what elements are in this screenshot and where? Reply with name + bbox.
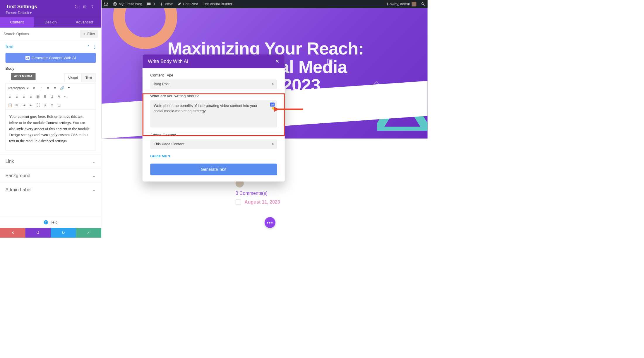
section-kebab-icon[interactable]: ⋮	[92, 44, 97, 49]
ai-modal: Write Body With AI ✕ Content Type Blog P…	[143, 54, 285, 182]
post-meta: 0 Comments(s) August 11, 2023	[236, 179, 280, 204]
generate-text-button[interactable]: Generate Text	[150, 163, 277, 175]
special-char-icon[interactable]: Ω	[42, 102, 48, 108]
tab-design[interactable]: Design	[34, 17, 67, 28]
save-button[interactable]: ✓	[76, 228, 101, 238]
action-bar: ✕ ↺ ↻ ✓	[0, 228, 101, 238]
chevron-up-icon: ⌃	[87, 44, 90, 49]
howdy-account[interactable]: Howdy, admin	[385, 0, 419, 8]
modal-title: Write Body With AI	[148, 59, 275, 64]
wp-admin-bar: My Great Blog 0 New Edit Post Exit Visua…	[102, 0, 428, 8]
help-icon: ?	[44, 220, 48, 224]
paragraph-select[interactable]: Paragraph ▾	[7, 85, 30, 91]
body-label: Body	[0, 66, 101, 73]
section-text-header[interactable]: Text ⌃ ⋮	[0, 40, 101, 52]
context-select[interactable]: This Page Content	[150, 139, 277, 149]
sidebar-tabs: Content Design Advanced	[0, 17, 101, 28]
filter-button[interactable]: ＋Filter	[80, 30, 98, 38]
undo-button[interactable]: ↺	[25, 228, 50, 238]
code-icon[interactable]: ▢	[56, 102, 62, 108]
editor-mode-tabs: Visual Text	[0, 74, 101, 82]
editor-toolbar: Paragraph ▾ B I ≣ ≡ 🔗 ❝ ≡ ≡ ≡ ≡ ▦ S U A …	[6, 84, 96, 110]
tab-content[interactable]: Content	[0, 17, 34, 28]
site-name: My Great Blog	[119, 2, 142, 6]
snap-icon[interactable]: ◫	[82, 4, 88, 9]
post-date: August 11, 2023	[244, 199, 280, 205]
ai-badge-icon: AI	[25, 56, 30, 60]
paste-icon[interactable]: 📋	[7, 102, 13, 108]
exit-visual-builder[interactable]: Exit Visual Builder	[200, 0, 234, 8]
close-icon[interactable]: ✕	[275, 58, 280, 64]
underline-icon[interactable]: U	[49, 93, 55, 100]
guide-me-link[interactable]: Guide Me▾	[150, 154, 277, 158]
section-link[interactable]: Link⌄	[0, 154, 101, 168]
content-type-select[interactable]: Blog Post	[150, 79, 277, 89]
textcolor-icon[interactable]: A	[56, 93, 62, 100]
preset-dropdown[interactable]: Preset: Default ▾	[6, 11, 95, 15]
content-type-label: Content Type	[150, 73, 277, 77]
ol-icon[interactable]: ≡	[52, 85, 58, 91]
align-justify-icon[interactable]: ≡	[28, 93, 34, 100]
svg-point-0	[422, 3, 424, 5]
quote-icon[interactable]: ❝	[66, 85, 72, 91]
modal-header: Write Body With AI ✕	[143, 54, 285, 68]
comments-count: 0	[153, 2, 155, 6]
chevron-down-icon: ⌄	[92, 187, 96, 193]
section-admin-label[interactable]: Admin Label⌄	[0, 183, 101, 197]
editor-body[interactable]: Your content goes here. Edit or remove t…	[6, 110, 96, 150]
settings-sidebar: Text Settings ⛶ ◫ ⋮ Preset: Default ▾ Co…	[0, 0, 102, 238]
bold-icon[interactable]: B	[31, 85, 37, 91]
new-link[interactable]: New	[157, 0, 175, 8]
expand-icon[interactable]: ⛶	[74, 4, 79, 9]
table-icon[interactable]: ▦	[35, 93, 41, 100]
annotation-arrow	[274, 105, 305, 113]
prompt-label: What are you writing about?	[150, 94, 277, 98]
help-link[interactable]: ?Help	[0, 216, 101, 228]
decor-teal-triangle	[377, 80, 428, 131]
outdent-icon[interactable]: ⇤	[28, 102, 34, 108]
chevron-down-icon: ⌄	[92, 173, 96, 178]
sidebar-header: Text Settings ⛶ ◫ ⋮ Preset: Default ▾	[0, 0, 101, 17]
chevron-down-icon: ⌄	[92, 159, 96, 164]
align-center-icon[interactable]: ≡	[14, 93, 20, 100]
ul-icon[interactable]: ≣	[45, 85, 51, 91]
indent-icon[interactable]: ⇥	[21, 102, 27, 108]
edit-post-link[interactable]: Edit Post	[175, 0, 200, 8]
italic-icon[interactable]: I	[38, 85, 44, 91]
site-name-link[interactable]: My Great Blog	[110, 0, 144, 8]
cancel-button[interactable]: ✕	[0, 228, 25, 238]
kebab-icon[interactable]: ⋮	[90, 4, 95, 9]
tab-advanced[interactable]: Advanced	[68, 17, 101, 28]
comments-link[interactable]: 0	[145, 0, 157, 8]
search-icon[interactable]	[419, 0, 428, 8]
prompt-textarea[interactable]: Write about the benefits of incorporatin…	[150, 100, 277, 127]
sidebar-title: Text Settings	[6, 4, 71, 10]
avatar	[412, 2, 416, 6]
decor-ring	[341, 98, 346, 103]
emoji-icon[interactable]: ☺	[49, 102, 55, 108]
more-icon[interactable]: ⋯	[63, 93, 69, 100]
search-row: ＋Filter	[0, 28, 101, 40]
align-left-icon[interactable]: ≡	[7, 93, 13, 100]
calendar-icon	[236, 199, 241, 205]
section-background[interactable]: Background⌄	[0, 168, 101, 183]
search-input[interactable]	[4, 32, 80, 36]
comments-count[interactable]: 0 Comments(s)	[236, 191, 280, 196]
link-icon[interactable]: 🔗	[59, 85, 65, 91]
align-right-icon[interactable]: ≡	[21, 93, 27, 100]
clear-icon[interactable]: ⌫	[14, 102, 20, 108]
redo-button[interactable]: ↻	[51, 228, 76, 238]
strike-icon[interactable]: S	[42, 93, 48, 100]
generate-content-ai-button[interactable]: AI Generate Content With AI	[6, 53, 96, 63]
context-label: Added Context	[150, 133, 277, 137]
editor-tab-visual[interactable]: Visual	[64, 74, 82, 82]
editor-tab-text[interactable]: Text	[82, 74, 96, 82]
builder-fab[interactable]: •••	[265, 217, 275, 228]
fullscreen-icon[interactable]: ⛶	[35, 102, 41, 108]
wp-logo[interactable]	[102, 0, 111, 8]
